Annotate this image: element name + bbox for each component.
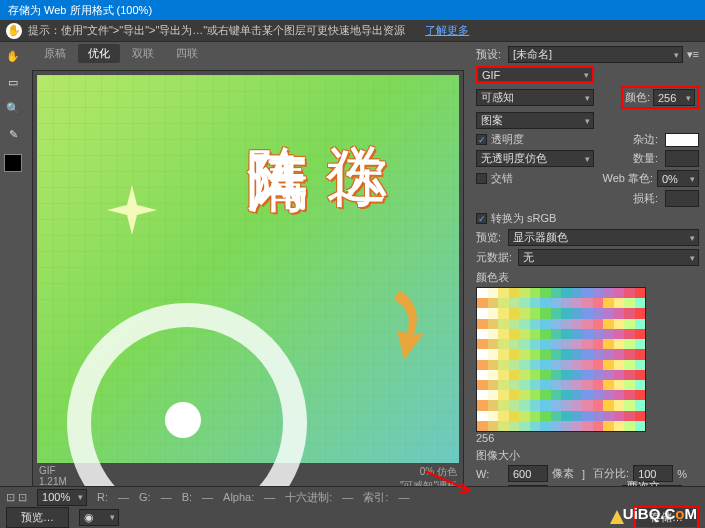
colors-select[interactable]: 256 [653, 89, 695, 106]
browser-select[interactable]: ◉ [79, 509, 119, 526]
color-table[interactable] [476, 287, 646, 432]
learn-more-link[interactable]: 了解更多 [425, 23, 469, 38]
g-label: G: [139, 491, 151, 503]
preview-tabs: 原稿 优化 双联 四联 [26, 42, 470, 64]
tip-text: 提示：使用"文件">"导出">"导出为…"或右键单击某个图层可更快速地导出资源 [28, 23, 405, 38]
reduction-select[interactable]: 可感知 [476, 89, 594, 106]
preset-select[interactable]: [未命名] [508, 46, 683, 63]
canvas-text-1: 送你 [315, 95, 399, 103]
amount-label: 数量: [633, 151, 661, 166]
color-table-label: 颜色表 [476, 270, 699, 285]
preview-pane[interactable]: 送你 阵阵清风 GIF 1.21M 225 秒 @ 56.6 Kbps 0% 仿… [32, 70, 464, 500]
websnap-label: Web 靠色: [602, 171, 653, 186]
tab-4up[interactable]: 四联 [166, 44, 208, 63]
tab-optimized[interactable]: 优化 [78, 44, 120, 63]
metadata-select[interactable]: 无 [518, 249, 699, 266]
transparency-label: 透明度 [491, 132, 524, 147]
websnap-select[interactable]: 0% [657, 170, 699, 187]
sq-icon[interactable]: ⊡ ⊡ [6, 491, 27, 504]
hand-tool[interactable]: ✋ [3, 46, 23, 66]
dither-select[interactable]: 图案 [476, 112, 594, 129]
decoration-knob [165, 402, 201, 438]
color-count: 256 [476, 432, 494, 444]
metadata-label: 元数据: [476, 250, 514, 265]
slice-tool[interactable]: ▭ [3, 72, 23, 92]
preview-button[interactable]: 预览… [6, 507, 69, 528]
srgb-label: 转换为 sRGB [491, 211, 556, 226]
tab-2up[interactable]: 双联 [122, 44, 164, 63]
width-input[interactable] [508, 465, 548, 482]
decoration-star [107, 185, 157, 235]
image-size-label: 图像大小 [476, 448, 699, 463]
left-toolbar: ✋ ▭ 🔍 ✎ [0, 42, 26, 506]
preset-label: 预设: [476, 47, 504, 62]
tip-bar: ✋ 提示：使用"文件">"导出">"导出为…"或右键单击某个图层可更快速地导出资… [0, 20, 705, 42]
colors-label: 颜色: [625, 90, 653, 105]
matte-swatch[interactable] [665, 133, 699, 147]
r-label: R: [97, 491, 108, 503]
settings-panel: 预设: [未命名] ▾≡ GIF 可感知 颜色: 256 图案 ✓ 透明度 杂边… [470, 42, 705, 506]
preset-menu-icon[interactable]: ▾≡ [687, 48, 699, 61]
format-select[interactable]: GIF [476, 66, 594, 83]
interlaced-label: 交错 [491, 171, 513, 186]
hand-icon: ✋ [6, 23, 22, 39]
matte-label: 杂边: [633, 132, 661, 147]
decoration-arrow [369, 285, 429, 365]
watermark: UiBQ.CoM [623, 505, 697, 522]
info-dither: 0% 仿色 [400, 465, 457, 479]
trans-dither-select[interactable]: 无透明度仿色 [476, 150, 594, 167]
transparency-checkbox[interactable]: ✓ [476, 134, 487, 145]
zoom-select[interactable]: 100% [37, 489, 87, 506]
eyedropper-tool[interactable]: ✎ [3, 124, 23, 144]
percent-label: 百分比: [593, 466, 629, 481]
info-format: GIF [39, 465, 129, 476]
alpha-label: Alpha: [223, 491, 254, 503]
canvas-image: 送你 阵阵清风 [37, 75, 459, 463]
index-label: 索引: [363, 490, 388, 505]
srgb-checkbox[interactable]: ✓ [476, 213, 487, 224]
amount-input[interactable] [665, 150, 699, 167]
eyedropper-color-swatch[interactable] [4, 154, 22, 172]
lossy-input[interactable] [665, 190, 699, 207]
px-label-1: 像素 [552, 466, 574, 481]
b-label: B: [182, 491, 192, 503]
canvas-text-2: 阵阵清风 [235, 95, 319, 111]
hex-label: 十六进制: [285, 490, 332, 505]
w-label: W: [476, 468, 504, 480]
pct-label: % [677, 468, 687, 480]
tab-original[interactable]: 原稿 [34, 44, 76, 63]
lossy-label: 损耗: [633, 191, 661, 206]
status-bar: ⊡ ⊡ 100% R:— G:— B:— Alpha:— 十六进制:— 索引:—… [0, 486, 705, 528]
preview-select[interactable]: 显示器颜色 [508, 229, 699, 246]
zoom-tool[interactable]: 🔍 [3, 98, 23, 118]
window-titlebar: 存储为 Web 所用格式 (100%) [0, 0, 705, 20]
interlaced-checkbox[interactable] [476, 173, 487, 184]
preview-label: 预览: [476, 230, 504, 245]
